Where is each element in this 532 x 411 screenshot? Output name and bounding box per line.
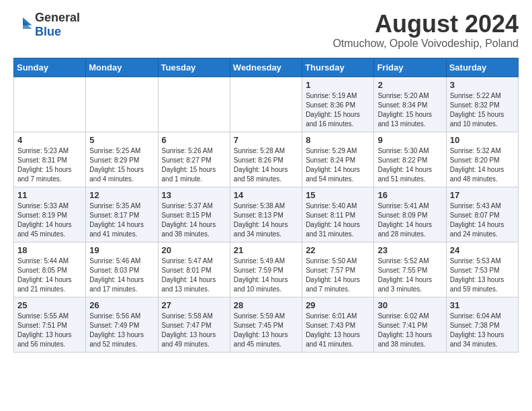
day-info: Sunrise: 6:02 AMSunset: 7:41 PMDaylight:… [378,312,442,349]
day-info: Sunrise: 5:43 AMSunset: 8:07 PMDaylight:… [450,201,515,239]
calendar-cell: 17Sunrise: 5:43 AMSunset: 8:07 PMDayligh… [446,187,518,242]
calendar-cell: 27Sunrise: 5:58 AMSunset: 7:47 PMDayligh… [158,297,230,352]
calendar-cell: 11Sunrise: 5:33 AMSunset: 8:19 PMDayligh… [14,187,86,242]
day-info: Sunrise: 5:46 AMSunset: 8:03 PMDaylight:… [89,257,154,294]
day-info: Sunrise: 5:29 AMSunset: 8:24 PMDaylight:… [306,146,370,184]
calendar-cell: 3Sunrise: 5:22 AMSunset: 8:32 PMDaylight… [446,77,518,132]
day-number: 20 [162,245,226,255]
day-info: Sunrise: 5:32 AMSunset: 8:20 PMDaylight:… [450,146,515,184]
calendar-cell: 26Sunrise: 5:56 AMSunset: 7:49 PMDayligh… [86,297,158,352]
calendar-cell: 30Sunrise: 6:02 AMSunset: 7:41 PMDayligh… [374,297,446,352]
day-header-saturday: Saturday [446,58,518,77]
day-number: 4 [17,135,82,145]
day-number: 22 [306,245,370,255]
calendar-cell: 21Sunrise: 5:49 AMSunset: 7:59 PMDayligh… [230,242,302,297]
day-info: Sunrise: 5:26 AMSunset: 8:27 PMDaylight:… [162,146,226,184]
calendar-cell: 2Sunrise: 5:20 AMSunset: 8:34 PMDaylight… [374,77,446,132]
calendar-cell [158,77,230,132]
day-number: 27 [162,300,226,310]
day-number: 10 [450,135,515,145]
calendar-cell: 16Sunrise: 5:41 AMSunset: 8:09 PMDayligh… [374,187,446,242]
day-info: Sunrise: 5:49 AMSunset: 7:59 PMDaylight:… [234,257,298,294]
day-info: Sunrise: 6:01 AMSunset: 7:43 PMDaylight:… [306,312,370,349]
calendar-cell: 31Sunrise: 6:04 AMSunset: 7:38 PMDayligh… [446,297,518,352]
page-header: General Blue August 2024 Otmuchow, Opole… [13,11,519,50]
day-number: 13 [162,190,226,200]
day-number: 24 [450,245,515,255]
day-info: Sunrise: 5:44 AMSunset: 8:05 PMDaylight:… [17,257,82,294]
day-info: Sunrise: 5:53 AMSunset: 7:53 PMDaylight:… [450,257,515,294]
day-info: Sunrise: 5:25 AMSunset: 8:29 PMDaylight:… [89,146,154,184]
day-number: 12 [89,190,154,200]
day-header-tuesday: Tuesday [158,58,230,77]
subtitle: Otmuchow, Opole Voivodeship, Poland [332,38,519,50]
day-number: 16 [378,190,442,200]
day-info: Sunrise: 5:22 AMSunset: 8:32 PMDaylight:… [450,91,515,129]
day-header-wednesday: Wednesday [230,58,302,77]
logo-icon [13,17,32,32]
calendar-cell: 12Sunrise: 5:35 AMSunset: 8:17 PMDayligh… [86,187,158,242]
day-number: 9 [378,135,442,145]
calendar-cell: 1Sunrise: 5:19 AMSunset: 8:36 PMDaylight… [302,77,374,132]
day-info: Sunrise: 5:50 AMSunset: 7:57 PMDaylight:… [306,257,370,294]
calendar-cell: 28Sunrise: 5:59 AMSunset: 7:45 PMDayligh… [230,297,302,352]
day-header-monday: Monday [86,58,158,77]
day-header-sunday: Sunday [14,58,86,77]
calendar-cell: 9Sunrise: 5:30 AMSunset: 8:22 PMDaylight… [374,132,446,187]
day-info: Sunrise: 5:28 AMSunset: 8:26 PMDaylight:… [234,146,298,184]
day-number: 1 [306,80,370,90]
calendar-week-row: 4Sunrise: 5:23 AMSunset: 8:31 PMDaylight… [14,132,519,187]
day-header-thursday: Thursday [302,58,374,77]
day-number: 25 [17,300,82,310]
day-info: Sunrise: 5:47 AMSunset: 8:01 PMDaylight:… [162,257,226,294]
day-info: Sunrise: 5:33 AMSunset: 8:19 PMDaylight:… [17,201,82,239]
day-number: 6 [162,135,226,145]
calendar-week-row: 11Sunrise: 5:33 AMSunset: 8:19 PMDayligh… [14,187,519,242]
day-info: Sunrise: 5:56 AMSunset: 7:49 PMDaylight:… [89,312,154,349]
calendar-cell: 15Sunrise: 5:40 AMSunset: 8:11 PMDayligh… [302,187,374,242]
calendar-body: 1Sunrise: 5:19 AMSunset: 8:36 PMDaylight… [14,77,519,352]
title-block: August 2024 Otmuchow, Opole Voivodeship,… [332,11,519,50]
calendar-cell [14,77,86,132]
calendar-cell: 13Sunrise: 5:37 AMSunset: 8:15 PMDayligh… [158,187,230,242]
calendar-cell: 25Sunrise: 5:55 AMSunset: 7:51 PMDayligh… [14,297,86,352]
day-header-friday: Friday [374,58,446,77]
calendar-cell: 4Sunrise: 5:23 AMSunset: 8:31 PMDaylight… [14,132,86,187]
main-title: August 2024 [332,11,519,38]
day-number: 2 [378,80,442,90]
day-info: Sunrise: 5:58 AMSunset: 7:47 PMDaylight:… [162,312,226,349]
calendar-cell: 29Sunrise: 6:01 AMSunset: 7:43 PMDayligh… [302,297,374,352]
day-info: Sunrise: 6:04 AMSunset: 7:38 PMDaylight:… [450,312,515,349]
calendar-cell: 14Sunrise: 5:38 AMSunset: 8:13 PMDayligh… [230,187,302,242]
calendar-cell: 23Sunrise: 5:52 AMSunset: 7:55 PMDayligh… [374,242,446,297]
day-info: Sunrise: 5:23 AMSunset: 8:31 PMDaylight:… [17,146,82,184]
day-number: 28 [234,300,298,310]
day-info: Sunrise: 5:20 AMSunset: 8:34 PMDaylight:… [378,91,442,129]
calendar-cell: 6Sunrise: 5:26 AMSunset: 8:27 PMDaylight… [158,132,230,187]
calendar-header-row: SundayMondayTuesdayWednesdayThursdayFrid… [14,58,519,77]
calendar-week-row: 18Sunrise: 5:44 AMSunset: 8:05 PMDayligh… [14,242,519,297]
calendar-cell: 18Sunrise: 5:44 AMSunset: 8:05 PMDayligh… [14,242,86,297]
calendar-week-row: 25Sunrise: 5:55 AMSunset: 7:51 PMDayligh… [14,297,519,352]
day-number: 17 [450,190,515,200]
day-info: Sunrise: 5:52 AMSunset: 7:55 PMDaylight:… [378,257,442,294]
day-number: 3 [450,80,515,90]
day-info: Sunrise: 5:38 AMSunset: 8:13 PMDaylight:… [234,201,298,239]
day-number: 8 [306,135,370,145]
calendar-cell: 20Sunrise: 5:47 AMSunset: 8:01 PMDayligh… [158,242,230,297]
day-number: 7 [234,135,298,145]
day-number: 30 [378,300,442,310]
day-number: 11 [17,190,82,200]
day-number: 21 [234,245,298,255]
day-info: Sunrise: 5:40 AMSunset: 8:11 PMDaylight:… [306,201,370,239]
calendar-cell: 19Sunrise: 5:46 AMSunset: 8:03 PMDayligh… [86,242,158,297]
calendar-cell: 10Sunrise: 5:32 AMSunset: 8:20 PMDayligh… [446,132,518,187]
day-number: 19 [89,245,154,255]
day-number: 26 [89,300,154,310]
day-info: Sunrise: 5:41 AMSunset: 8:09 PMDaylight:… [378,201,442,239]
calendar-cell: 24Sunrise: 5:53 AMSunset: 7:53 PMDayligh… [446,242,518,297]
day-info: Sunrise: 5:19 AMSunset: 8:36 PMDaylight:… [306,91,370,129]
logo-general-text: General [35,11,80,24]
calendar-cell: 8Sunrise: 5:29 AMSunset: 8:24 PMDaylight… [302,132,374,187]
day-number: 31 [450,300,515,310]
